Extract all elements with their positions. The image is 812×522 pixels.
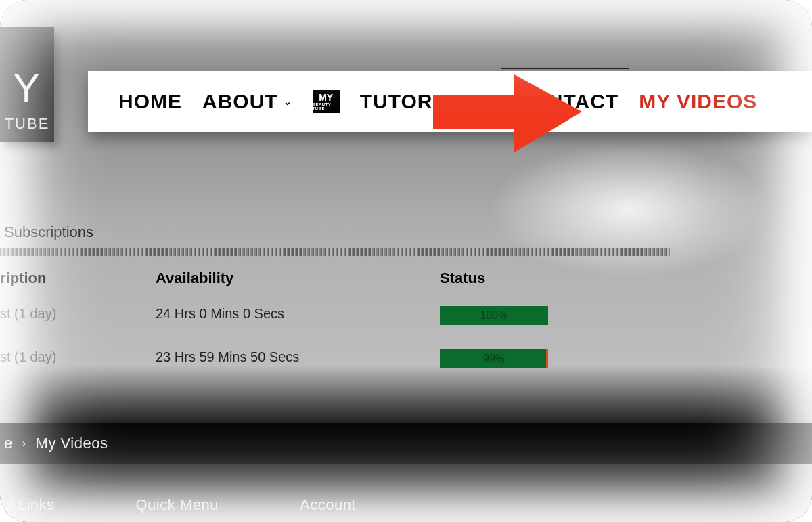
logo-glyph: Y — [13, 68, 41, 108]
col-header-status: Status — [440, 265, 670, 299]
progress-value: 99% — [483, 353, 505, 365]
site-logo[interactable]: Y TUBE — [0, 27, 54, 142]
breadcrumb-current: My Videos — [36, 435, 108, 452]
footer: ul Links Quick Menu Account — [0, 487, 812, 522]
progress-bar: 100% — [440, 306, 548, 325]
nav-about[interactable]: ABOUT ⌄ — [202, 90, 292, 113]
footer-col-links[interactable]: ul Links — [1, 496, 55, 514]
nav-contact[interactable]: CONTACT — [516, 90, 618, 113]
main-nav: HOME ABOUT ⌄ MY BEAUTY TUBE TUTORIALS ⌄ … — [88, 71, 812, 132]
cell-status: 99% — [440, 343, 670, 386]
nav-badge-bottom: BEAUTY TUBE — [313, 102, 340, 110]
cell-subscription: st (1 day) — [0, 343, 156, 386]
footer-col-quick-menu[interactable]: Quick Menu — [136, 496, 219, 514]
nav-tutorials[interactable]: TUTORIALS ⌄ — [360, 90, 496, 113]
subscriptions-table: ription Availability Status st (1 day) 2… — [0, 265, 670, 386]
nav-my-videos-label: MY VIDEOS — [639, 90, 757, 113]
divider — [0, 248, 670, 256]
progress-bar: 99% — [440, 349, 548, 368]
progress-remaining-tick — [546, 349, 548, 368]
cell-subscription: st (1 day) — [0, 299, 156, 343]
cell-availability: 23 Hrs 59 Mins 50 Secs — [156, 343, 440, 386]
breadcrumb: e › My Videos — [0, 423, 812, 464]
col-header-subscription: ription — [0, 265, 156, 299]
breadcrumb-separator-icon: › — [22, 437, 26, 450]
nav-logo-badge[interactable]: MY BEAUTY TUBE — [313, 90, 340, 113]
breadcrumb-home[interactable]: e — [4, 435, 13, 452]
table-row: st (1 day) 24 Hrs 0 Mins 0 Secs 100% — [0, 299, 670, 343]
col-header-availability: Availability — [156, 265, 440, 299]
subscriptions-section: Subscriptions ription Availability Statu… — [0, 223, 670, 386]
cell-status: 100% — [440, 299, 670, 343]
nav-home[interactable]: HOME — [118, 90, 182, 113]
nav-contact-label: CONTACT — [516, 90, 618, 113]
subscriptions-title: Subscriptions — [4, 223, 670, 241]
nav-my-videos[interactable]: MY VIDEOS — [639, 90, 757, 113]
footer-col-account[interactable]: Account — [300, 496, 356, 514]
nav-tutorials-label: TUTORIALS — [360, 90, 482, 113]
nav-about-label: ABOUT — [202, 90, 278, 113]
logo-text: TUBE — [5, 115, 50, 133]
chevron-down-icon: ⌄ — [284, 96, 292, 107]
chevron-down-icon: ⌄ — [487, 96, 496, 107]
nav-home-label: HOME — [118, 90, 182, 113]
cell-availability: 24 Hrs 0 Mins 0 Secs — [156, 299, 440, 343]
table-row: st (1 day) 23 Hrs 59 Mins 50 Secs 99% — [0, 343, 670, 386]
page-frame: Y TUBE ⌄ HOME ABOUT ⌄ MY BEAUTY TUBE TUT… — [0, 0, 812, 522]
nav-badge-top: MY — [319, 93, 333, 102]
progress-value: 100% — [480, 309, 508, 322]
